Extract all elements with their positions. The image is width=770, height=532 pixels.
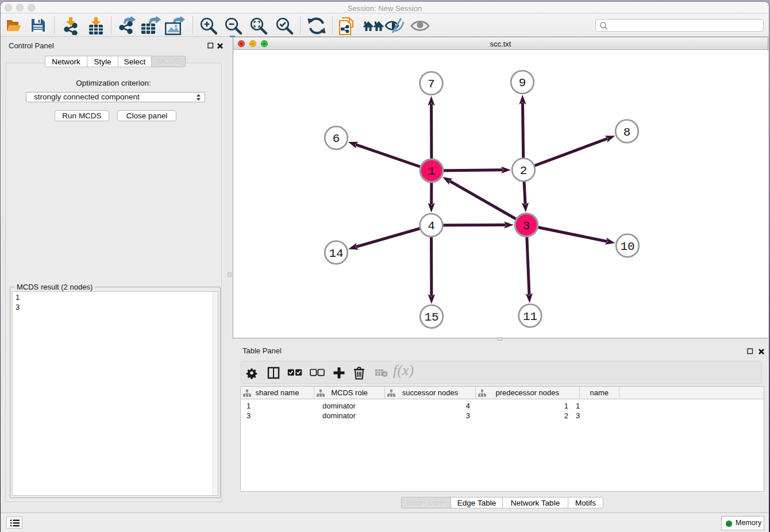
svg-text:6: 6	[333, 132, 340, 145]
svg-text:15: 15	[424, 311, 438, 324]
svg-text:14: 14	[329, 247, 343, 260]
svg-text:11: 11	[523, 310, 537, 323]
svg-text:8: 8	[623, 126, 631, 139]
svg-text:3: 3	[523, 219, 530, 233]
svg-text:1: 1	[428, 165, 436, 178]
svg-text:2: 2	[520, 164, 528, 178]
svg-text:9: 9	[519, 76, 526, 90]
svg-text:4: 4	[428, 219, 435, 233]
svg-text:7: 7	[428, 78, 435, 91]
svg-text:10: 10	[620, 240, 634, 253]
